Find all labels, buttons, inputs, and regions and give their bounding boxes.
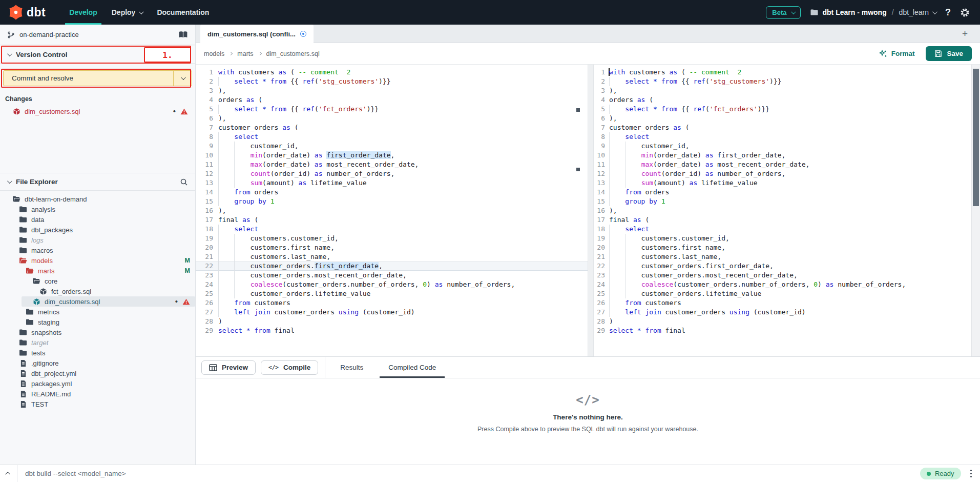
code-line[interactable]: 17final as ( (594, 215, 971, 225)
code-line[interactable]: 8 select (594, 132, 971, 142)
code-line[interactable]: 3), (594, 86, 971, 95)
code-line[interactable]: 1with customers as ( -- comment 2 (594, 68, 971, 77)
docs-book-icon[interactable] (178, 31, 188, 38)
code-line[interactable]: 6), (594, 114, 971, 123)
code-line[interactable]: 12 count(order_id) as number_of_orders, (594, 169, 971, 178)
code-line[interactable]: 12 count(order_id) as number_of_orders, (196, 169, 588, 178)
code-line[interactable]: 18 select (196, 225, 588, 234)
code-line[interactable]: 16), (196, 206, 588, 215)
code-line[interactable]: 8 select (196, 132, 588, 142)
code-line[interactable]: 26 from customers (196, 298, 588, 308)
code-line[interactable]: 27 left join customer_orders using (cust… (196, 308, 588, 317)
gear-icon[interactable] (960, 8, 970, 17)
code-line[interactable]: 27 left join customer_orders using (cust… (594, 308, 971, 317)
commit-and-resolve-button[interactable]: Commit and resolve (3, 70, 192, 86)
code-line[interactable]: 28) (594, 317, 971, 326)
code-line[interactable]: 13 sum(amount) as lifetime_value (196, 178, 588, 188)
file-tree-item-test[interactable]: TEST (0, 399, 195, 409)
nav-item-develop[interactable]: Develop (62, 0, 104, 25)
git-branch-row[interactable]: on-demand-practice (0, 25, 195, 45)
code-line[interactable]: 14 from orders (594, 188, 971, 197)
code-line[interactable]: 24 coalesce(customer_orders.number_of_or… (594, 280, 971, 289)
file-tree-item-target[interactable]: target (0, 337, 195, 348)
code-line[interactable]: 6), (196, 114, 588, 123)
file-tree-item-dim-customers-sql[interactable]: dim_customers.sql• (22, 296, 195, 307)
preview-button[interactable]: Preview (201, 360, 256, 375)
help-icon[interactable]: ? (945, 7, 951, 18)
code-line[interactable]: 2 select * from {{ ref('stg_customers')}… (196, 77, 588, 86)
code-line[interactable]: 13 sum(amount) as lifetime_value (594, 178, 971, 188)
file-tree-item-metrics[interactable]: metrics (0, 307, 195, 317)
code-line[interactable]: 10 min(order_date) as first_order_date, (594, 151, 971, 160)
file-tree-item-marts[interactable]: martsM (0, 266, 195, 276)
file-tree-item-snapshots[interactable]: snapshots (0, 327, 195, 337)
code-line[interactable]: 16), (594, 206, 971, 215)
breadcrumb-models[interactable]: models (204, 50, 224, 57)
project-dropdown[interactable]: dbt_learn (899, 8, 936, 16)
file-tree-item-core[interactable]: core (0, 276, 195, 286)
beta-dropdown[interactable]: Beta (766, 6, 800, 19)
file-tree-item-logs[interactable]: logs (0, 235, 195, 245)
code-line[interactable]: 28) (196, 317, 588, 326)
code-editor-left[interactable]: 1with customers as ( -- comment 22 selec… (196, 65, 588, 356)
panel-tab-results[interactable]: Results (340, 364, 363, 371)
code-line[interactable]: 21 customers.last_name, (594, 252, 971, 262)
code-line[interactable]: 11 max(order_date) as most_recent_order_… (196, 160, 588, 169)
code-line[interactable]: 11 max(order_date) as most_recent_order_… (594, 160, 971, 169)
code-line[interactable]: 22 customer_orders.first_order_date, (594, 262, 971, 271)
file-tree-item-tests[interactable]: tests (0, 348, 195, 358)
code-line[interactable]: 23 customer_orders.most_recent_order_dat… (594, 271, 971, 280)
save-button[interactable]: Save (926, 46, 972, 61)
code-line[interactable]: 20 customers.first_name, (196, 243, 588, 252)
format-button[interactable]: Format (879, 50, 915, 58)
file-explorer-header[interactable]: File Explorer (0, 173, 195, 191)
commit-dropdown-toggle[interactable] (173, 71, 192, 86)
new-tab-button[interactable]: + (962, 28, 968, 39)
code-line[interactable]: 24 coalesce(customer_orders.number_of_or… (196, 280, 588, 289)
code-line[interactable]: 17final as ( (196, 215, 588, 225)
more-options-icon[interactable] (969, 469, 973, 479)
code-line[interactable]: 22 customer_orders.first_order_date, (196, 262, 588, 271)
code-line[interactable]: 4orders as ( (196, 95, 588, 105)
code-line[interactable]: 26 from customers (594, 298, 971, 308)
code-line[interactable]: 5 select * from {{ ref('fct_orders')}} (594, 105, 971, 114)
file-tree-item-macros[interactable]: macros (0, 245, 195, 255)
code-line[interactable]: 15 group by 1 (196, 197, 588, 206)
code-line[interactable]: 29select * from final (594, 326, 971, 335)
panel-tab-compiled-code[interactable]: Compiled Code (388, 364, 436, 371)
account-name[interactable]: dbt Learn - mwong (823, 8, 887, 16)
editor-tab-dim-customers[interactable]: dim_customers.sql (confli... (200, 25, 314, 43)
code-line[interactable]: 9 customer_id, (594, 142, 971, 151)
compile-button[interactable]: </> Compile (261, 360, 318, 375)
file-tree-item-fct-orders-sql[interactable]: fct_orders.sql (0, 286, 195, 296)
breadcrumb-file[interactable]: dim_customers.sql (266, 50, 320, 57)
code-line[interactable]: 15 group by 1 (594, 197, 971, 206)
code-line[interactable]: 20 customers.first_name, (594, 243, 971, 252)
file-tree-item-dbt-packages[interactable]: dbt_packages (0, 225, 195, 235)
code-editor-right[interactable]: 1with customers as ( -- comment 22 selec… (594, 65, 971, 356)
code-line[interactable]: 4orders as ( (594, 95, 971, 105)
file-tree-item-dbt-learn-on-demand[interactable]: dbt-learn-on-demand (0, 194, 195, 204)
scrollbar-thumb[interactable] (973, 69, 979, 206)
file-tree-item-data[interactable]: data (0, 214, 195, 225)
search-icon[interactable] (180, 178, 188, 186)
command-input[interactable]: dbt build --select <model_name> (17, 470, 126, 477)
split-divider[interactable] (588, 65, 594, 356)
file-tree-item-analysis[interactable]: analysis (0, 204, 195, 214)
collapse-panel-button[interactable] (0, 472, 17, 475)
code-line[interactable]: 5 select * from {{ ref('fct_orders')}} (196, 105, 588, 114)
nav-item-deploy[interactable]: Deploy (105, 0, 150, 25)
version-control-header[interactable]: Version Control (0, 46, 195, 64)
file-tree-item--gitignore[interactable]: .gitignore (0, 358, 195, 368)
code-line[interactable]: 2 select * from {{ ref('stg_customers')}… (594, 77, 971, 86)
file-tree-item-readme-md[interactable]: README.md (0, 389, 195, 399)
code-line[interactable]: 1with customers as ( -- comment 2 (196, 68, 588, 77)
code-line[interactable]: 3), (196, 86, 588, 95)
file-tree-item-models[interactable]: modelsM (0, 255, 195, 266)
code-line[interactable]: 23 customer_orders.most_recent_order_dat… (196, 271, 588, 280)
dbt-logo[interactable]: dbt (0, 5, 53, 20)
code-line[interactable]: 10 min(order_date) as first_order_date, (196, 151, 588, 160)
file-tree-item-dbt-project-yml[interactable]: dbt_project.yml (0, 368, 195, 378)
code-line[interactable]: 21 customers.last_name, (196, 252, 588, 262)
code-line[interactable]: 7customer_orders as ( (196, 123, 588, 132)
